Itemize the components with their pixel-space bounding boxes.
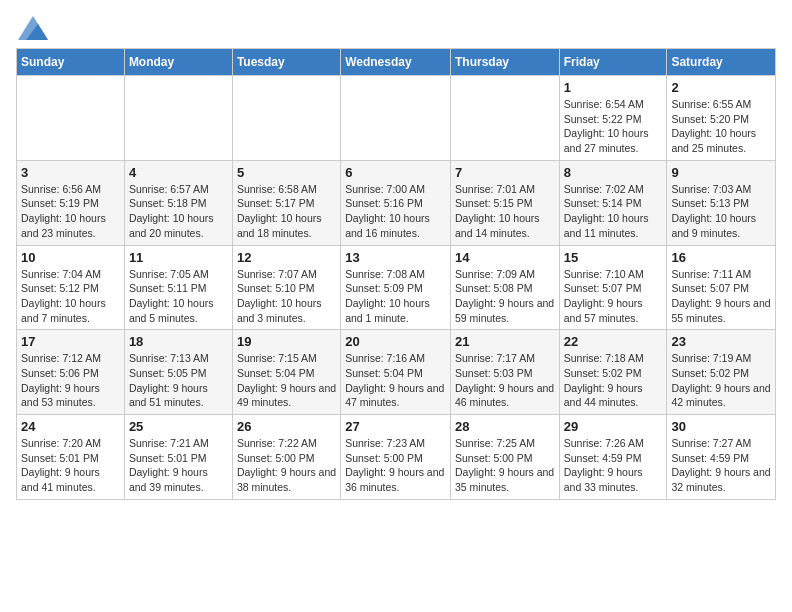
calendar-cell: 5Sunrise: 6:58 AM Sunset: 5:17 PM Daylig… (232, 160, 340, 245)
day-number: 8 (564, 165, 663, 180)
calendar-cell (450, 76, 559, 161)
calendar-cell: 13Sunrise: 7:08 AM Sunset: 5:09 PM Dayli… (341, 245, 451, 330)
calendar-cell (341, 76, 451, 161)
calendar-cell: 1Sunrise: 6:54 AM Sunset: 5:22 PM Daylig… (559, 76, 667, 161)
weekday-header: Wednesday (341, 49, 451, 76)
day-info: Sunrise: 7:25 AM Sunset: 5:00 PM Dayligh… (455, 436, 555, 495)
calendar-cell: 29Sunrise: 7:26 AM Sunset: 4:59 PM Dayli… (559, 415, 667, 500)
day-number: 17 (21, 334, 120, 349)
day-number: 24 (21, 419, 120, 434)
day-info: Sunrise: 7:18 AM Sunset: 5:02 PM Dayligh… (564, 351, 663, 410)
day-info: Sunrise: 7:26 AM Sunset: 4:59 PM Dayligh… (564, 436, 663, 495)
day-number: 9 (671, 165, 771, 180)
day-info: Sunrise: 6:55 AM Sunset: 5:20 PM Dayligh… (671, 97, 771, 156)
calendar-cell: 23Sunrise: 7:19 AM Sunset: 5:02 PM Dayli… (667, 330, 776, 415)
day-number: 27 (345, 419, 446, 434)
day-number: 30 (671, 419, 771, 434)
calendar-cell: 14Sunrise: 7:09 AM Sunset: 5:08 PM Dayli… (450, 245, 559, 330)
day-number: 11 (129, 250, 228, 265)
calendar-cell: 28Sunrise: 7:25 AM Sunset: 5:00 PM Dayli… (450, 415, 559, 500)
day-info: Sunrise: 7:08 AM Sunset: 5:09 PM Dayligh… (345, 267, 446, 326)
day-number: 5 (237, 165, 336, 180)
day-number: 19 (237, 334, 336, 349)
day-number: 3 (21, 165, 120, 180)
calendar-cell (232, 76, 340, 161)
day-number: 20 (345, 334, 446, 349)
calendar-cell: 21Sunrise: 7:17 AM Sunset: 5:03 PM Dayli… (450, 330, 559, 415)
day-info: Sunrise: 7:22 AM Sunset: 5:00 PM Dayligh… (237, 436, 336, 495)
day-number: 16 (671, 250, 771, 265)
day-number: 6 (345, 165, 446, 180)
day-number: 10 (21, 250, 120, 265)
weekday-header: Saturday (667, 49, 776, 76)
day-info: Sunrise: 7:01 AM Sunset: 5:15 PM Dayligh… (455, 182, 555, 241)
calendar-cell: 17Sunrise: 7:12 AM Sunset: 5:06 PM Dayli… (17, 330, 125, 415)
day-info: Sunrise: 7:12 AM Sunset: 5:06 PM Dayligh… (21, 351, 120, 410)
calendar-cell: 26Sunrise: 7:22 AM Sunset: 5:00 PM Dayli… (232, 415, 340, 500)
calendar-cell: 4Sunrise: 6:57 AM Sunset: 5:18 PM Daylig… (124, 160, 232, 245)
day-info: Sunrise: 7:27 AM Sunset: 4:59 PM Dayligh… (671, 436, 771, 495)
day-info: Sunrise: 7:16 AM Sunset: 5:04 PM Dayligh… (345, 351, 446, 410)
calendar-week-row: 10Sunrise: 7:04 AM Sunset: 5:12 PM Dayli… (17, 245, 776, 330)
day-number: 21 (455, 334, 555, 349)
weekday-header: Tuesday (232, 49, 340, 76)
day-number: 18 (129, 334, 228, 349)
day-info: Sunrise: 7:04 AM Sunset: 5:12 PM Dayligh… (21, 267, 120, 326)
day-number: 13 (345, 250, 446, 265)
day-info: Sunrise: 7:05 AM Sunset: 5:11 PM Dayligh… (129, 267, 228, 326)
calendar-header-row: SundayMondayTuesdayWednesdayThursdayFrid… (17, 49, 776, 76)
calendar-cell: 25Sunrise: 7:21 AM Sunset: 5:01 PM Dayli… (124, 415, 232, 500)
day-info: Sunrise: 7:19 AM Sunset: 5:02 PM Dayligh… (671, 351, 771, 410)
calendar-week-row: 17Sunrise: 7:12 AM Sunset: 5:06 PM Dayli… (17, 330, 776, 415)
day-info: Sunrise: 7:21 AM Sunset: 5:01 PM Dayligh… (129, 436, 228, 495)
day-info: Sunrise: 6:54 AM Sunset: 5:22 PM Dayligh… (564, 97, 663, 156)
day-number: 29 (564, 419, 663, 434)
calendar-cell: 27Sunrise: 7:23 AM Sunset: 5:00 PM Dayli… (341, 415, 451, 500)
weekday-header: Monday (124, 49, 232, 76)
calendar: SundayMondayTuesdayWednesdayThursdayFrid… (16, 48, 776, 500)
day-number: 12 (237, 250, 336, 265)
day-number: 28 (455, 419, 555, 434)
day-info: Sunrise: 7:15 AM Sunset: 5:04 PM Dayligh… (237, 351, 336, 410)
day-number: 26 (237, 419, 336, 434)
calendar-cell: 10Sunrise: 7:04 AM Sunset: 5:12 PM Dayli… (17, 245, 125, 330)
day-info: Sunrise: 6:56 AM Sunset: 5:19 PM Dayligh… (21, 182, 120, 241)
day-number: 23 (671, 334, 771, 349)
day-info: Sunrise: 7:10 AM Sunset: 5:07 PM Dayligh… (564, 267, 663, 326)
calendar-cell: 15Sunrise: 7:10 AM Sunset: 5:07 PM Dayli… (559, 245, 667, 330)
day-info: Sunrise: 7:20 AM Sunset: 5:01 PM Dayligh… (21, 436, 120, 495)
calendar-cell: 12Sunrise: 7:07 AM Sunset: 5:10 PM Dayli… (232, 245, 340, 330)
calendar-cell: 6Sunrise: 7:00 AM Sunset: 5:16 PM Daylig… (341, 160, 451, 245)
day-info: Sunrise: 6:57 AM Sunset: 5:18 PM Dayligh… (129, 182, 228, 241)
weekday-header: Friday (559, 49, 667, 76)
day-number: 4 (129, 165, 228, 180)
weekday-header: Sunday (17, 49, 125, 76)
logo (16, 16, 48, 40)
calendar-cell (17, 76, 125, 161)
calendar-cell: 18Sunrise: 7:13 AM Sunset: 5:05 PM Dayli… (124, 330, 232, 415)
calendar-cell: 22Sunrise: 7:18 AM Sunset: 5:02 PM Dayli… (559, 330, 667, 415)
calendar-week-row: 24Sunrise: 7:20 AM Sunset: 5:01 PM Dayli… (17, 415, 776, 500)
day-info: Sunrise: 7:07 AM Sunset: 5:10 PM Dayligh… (237, 267, 336, 326)
calendar-week-row: 3Sunrise: 6:56 AM Sunset: 5:19 PM Daylig… (17, 160, 776, 245)
calendar-cell: 20Sunrise: 7:16 AM Sunset: 5:04 PM Dayli… (341, 330, 451, 415)
calendar-cell: 19Sunrise: 7:15 AM Sunset: 5:04 PM Dayli… (232, 330, 340, 415)
calendar-cell: 2Sunrise: 6:55 AM Sunset: 5:20 PM Daylig… (667, 76, 776, 161)
day-number: 1 (564, 80, 663, 95)
calendar-week-row: 1Sunrise: 6:54 AM Sunset: 5:22 PM Daylig… (17, 76, 776, 161)
calendar-cell: 7Sunrise: 7:01 AM Sunset: 5:15 PM Daylig… (450, 160, 559, 245)
calendar-cell: 9Sunrise: 7:03 AM Sunset: 5:13 PM Daylig… (667, 160, 776, 245)
calendar-cell: 30Sunrise: 7:27 AM Sunset: 4:59 PM Dayli… (667, 415, 776, 500)
day-info: Sunrise: 6:58 AM Sunset: 5:17 PM Dayligh… (237, 182, 336, 241)
day-number: 22 (564, 334, 663, 349)
calendar-cell (124, 76, 232, 161)
logo-icon (18, 16, 48, 40)
day-info: Sunrise: 7:23 AM Sunset: 5:00 PM Dayligh… (345, 436, 446, 495)
calendar-cell: 3Sunrise: 6:56 AM Sunset: 5:19 PM Daylig… (17, 160, 125, 245)
day-number: 2 (671, 80, 771, 95)
day-info: Sunrise: 7:11 AM Sunset: 5:07 PM Dayligh… (671, 267, 771, 326)
day-number: 7 (455, 165, 555, 180)
calendar-cell: 24Sunrise: 7:20 AM Sunset: 5:01 PM Dayli… (17, 415, 125, 500)
calendar-cell: 16Sunrise: 7:11 AM Sunset: 5:07 PM Dayli… (667, 245, 776, 330)
calendar-cell: 11Sunrise: 7:05 AM Sunset: 5:11 PM Dayli… (124, 245, 232, 330)
